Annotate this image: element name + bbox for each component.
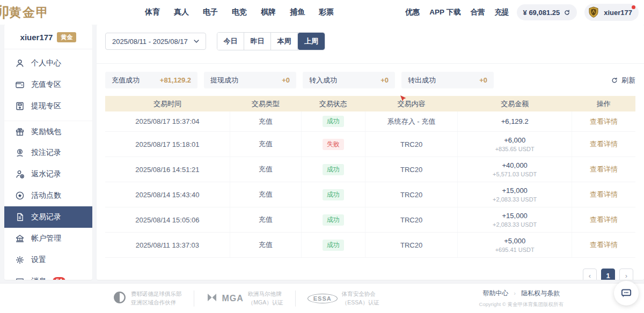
essa-oval-icon: ESSA [308,294,338,303]
sidebar-item-deposit-zone[interactable]: 充值专区 [4,74,92,95]
stat-value: +81,129.2 [160,76,191,84]
table-row: 2025/08/16 14:51:21充值成功TRC20+40,000+5,57… [105,157,635,182]
cell-time: 2025/08/14 15:43:40 [105,182,230,207]
page-1-button[interactable]: 1 [601,269,615,280]
sidebar-item-label: 奖励钱包 [31,127,61,137]
brand-logo[interactable]: 卯 黄金甲 [0,3,91,22]
tab-period-2[interactable]: 昨日 [244,33,271,50]
sidebar-item-label: 投注记录 [31,148,61,158]
club-logo-icon [113,290,127,307]
date-range-value: 2025/08/11 - 2025/08/17 [112,38,188,46]
view-details-link[interactable]: 查看详情 [590,165,618,173]
sidebar-item-bet-records[interactable]: 投注记录 [4,142,92,163]
cert-line2: 亚洲区域合作伙伴 [131,299,182,307]
sidebar-item-settings[interactable]: 设置 [4,249,92,271]
column-header-3: 交易状态 [302,96,365,111]
cert-description: 费耶诺德足球俱乐部亚洲区域合作伙伴 [131,290,182,307]
cert-line2: （MGA）认证 [248,299,283,307]
tab-period-3[interactable]: 本周 [271,33,298,50]
nav-item-7[interactable]: 彩票 [319,8,334,17]
amount-main: +15,000 [460,212,569,220]
cell-content: TRC20 [365,207,458,233]
refresh-button[interactable]: 刷新 [611,76,635,85]
top-link-1[interactable]: 优惠 [405,8,420,17]
view-details-link[interactable]: 查看详情 [590,215,618,223]
amount-usdt: +2,083.33 USDT [460,221,569,228]
wallet-balance[interactable]: ¥ 69,081.25 [517,4,577,20]
footer-link-2[interactable]: 隐私权与条款 [521,289,560,298]
stats-row: 充值成功+81,129.2提现成功+0转入成功+0转出成功+0 刷新 [105,72,635,88]
transactions-table: 交易时间交易类型交易状态交易内容交易金额操作 2025/08/17 15:37:… [105,96,635,258]
view-details-link[interactable]: 查看详情 [590,190,618,198]
tab-period-1[interactable]: 今日 [217,33,244,50]
sidebar-item-messages[interactable]: 消息54 [4,271,92,280]
cert-description: 欧洲马尔他牌（MGA）认证 [248,290,283,307]
view-details-link[interactable]: 查看详情 [590,117,618,125]
amount-usdt: +835.65 USDT [460,146,569,152]
divider [4,49,92,49]
table-header-row: 交易时间交易类型交易状态交易内容交易金额操作 [105,96,635,111]
table-row: 2025/08/14 15:05:06充值成功TRC20+15,000+2,08… [105,207,635,233]
top-link-2[interactable]: APP 下载 [429,8,460,17]
sidebar-item-withdraw-zone[interactable]: 提现专区 [4,95,92,117]
sidebar-item-transaction-records[interactable]: 交易记录 [4,206,92,228]
table-row: 2025/08/11 13:37:03充值成功TRC20+5,000+695.4… [105,233,635,258]
refresh-balance-icon[interactable] [564,9,570,16]
sidebar-item-reward-wallet[interactable]: 奖励钱包 [4,121,92,142]
footer-link-1[interactable]: 帮助中心 [483,289,509,298]
brand-logo-text: 黄金甲 [9,4,49,21]
vip-level-badge: 黄金 [57,32,76,42]
cell-action: 查看详情 [572,157,635,182]
column-header-4: 交易内容 [365,96,458,111]
table-row: 2025/08/17 15:18:01充值失败TRC20+6,000+835.6… [105,132,635,157]
sidebar-item-label: 返水记录 [31,169,61,179]
sidebar-item-rebate-records[interactable]: 返水记录 [4,163,92,185]
cert-line1: 欧洲马尔他牌 [248,290,283,299]
top-link-3[interactable]: 合营 [471,8,485,17]
user-menu[interactable]: xiuer177 [584,4,639,21]
filter-row: 2025/08/11 - 2025/08/17 今日昨日本周上周 [105,32,635,50]
sidebar-user: xiuer177 黄金 [4,25,92,49]
date-range-picker[interactable]: 2025/08/11 - 2025/08/17 [105,33,206,50]
view-details-link[interactable]: 查看详情 [590,140,618,148]
view-details-link[interactable]: 查看详情 [590,241,618,249]
cell-type: 充值 [230,111,301,132]
nav-item-5[interactable]: 棋牌 [261,8,276,17]
cert-brand-text: MGA [222,294,244,303]
nav-item-6[interactable]: 捕鱼 [290,8,305,17]
user-icon [15,58,25,68]
nav-item-2[interactable]: 真人 [174,8,189,17]
divider [97,63,644,64]
next-page-button[interactable]: › [619,269,633,280]
cell-status: 失败 [302,132,365,157]
document-icon [15,212,25,222]
sidebar-item-account-management[interactable]: 帐户管理 [4,228,92,249]
star-circle-icon [15,191,25,200]
cell-action: 查看详情 [572,233,635,258]
cell-time: 2025/08/14 15:05:06 [105,207,230,233]
refresh-label: 刷新 [621,76,635,85]
rebate-icon [15,169,25,179]
nav-item-3[interactable]: 电子 [203,8,218,17]
cell-content: TRC20 [365,132,458,157]
status-badge: 失败 [323,139,344,150]
cell-amount: +5,000+695.41 USDT [458,233,572,258]
sidebar-username: xiuer177 [20,33,53,42]
gear-icon [15,255,25,265]
table-body: 2025/08/17 15:37:04充值成功系统存入 - 充值+6,129.2… [105,111,635,258]
sidebar-item-personal-center[interactable]: 个人中心 [4,53,92,74]
tab-period-4[interactable]: 上周 [298,33,325,50]
cert-essa: ESSA体育安全协会（ESSA）认证 [308,290,379,307]
sidebar-item-activity-points[interactable]: 活动点数 [4,185,92,206]
prev-page-button[interactable]: ‹ [583,269,597,280]
topbar-right: 优惠APP 下载合营充提 ¥ 69,081.25 xiuer177 [405,4,639,21]
sidebar-item-label: 活动点数 [31,191,61,200]
status-badge: 成功 [323,240,344,251]
main-panel: 2025/08/11 - 2025/08/17 今日昨日本周上周 充值成功+81… [97,25,644,280]
live-chat-button[interactable] [614,281,639,305]
cell-action: 查看详情 [572,111,635,132]
cell-type: 充值 [230,207,301,233]
nav-item-1[interactable]: 体育 [145,8,160,17]
nav-item-4[interactable]: 电竞 [232,8,247,17]
top-link-4[interactable]: 充提 [495,8,509,17]
